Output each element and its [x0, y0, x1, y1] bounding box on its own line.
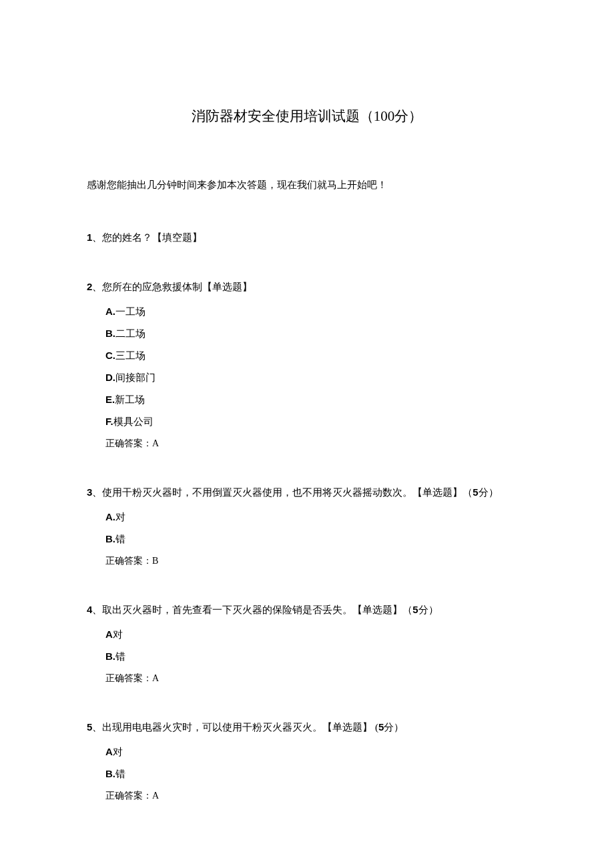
opt-letter: A	[105, 628, 113, 640]
q3-option-a: A.对	[105, 511, 527, 524]
question-5-text: 5、出现用电电器火灾时，可以使用干粉灭火器灭火。【单选题】 (5分）	[87, 721, 527, 734]
opt-letter: A.	[105, 511, 115, 522]
opt-text: 间接部门	[115, 372, 156, 383]
opt-letter: A	[105, 746, 113, 757]
question-4-text: 4、取出灭火器时，首先查看一下灭火器的保险销是否丢失。【单选题】（5分）	[87, 604, 527, 616]
q2-option-c: C.三工场	[105, 350, 527, 362]
opt-text: 对	[113, 629, 123, 640]
question-3: 3、使用干粉灭火器时，不用倒置灭火器使用，也不用将灭火器摇动数次。【单选题】（5…	[87, 486, 527, 567]
q5-option-a: A对	[105, 746, 527, 759]
question-3-text: 3、使用干粉灭火器时，不用倒置灭火器使用，也不用将灭火器摇动数次。【单选题】（5…	[87, 486, 527, 499]
q5-answer: 正确答案：A	[105, 790, 527, 802]
opt-text: 二工场	[115, 328, 145, 339]
opt-letter: E.	[105, 394, 115, 405]
opt-letter: C.	[105, 350, 115, 361]
opt-letter: F.	[105, 416, 113, 427]
opt-letter: A.	[105, 306, 115, 317]
opt-text: 错	[115, 769, 125, 779]
q5-suffix: 分）	[384, 722, 404, 733]
opt-text: 新工场	[115, 394, 145, 405]
q2-answer: 正确答案：A	[105, 438, 527, 450]
q2-body: 、您所在的应急救援体制【单选题】	[92, 282, 252, 292]
opt-text: 对	[115, 512, 125, 522]
q2-option-e: E.新工场	[105, 394, 527, 406]
opt-text: 三工场	[115, 350, 145, 361]
opt-text: 对	[113, 747, 123, 757]
q4-suffix: 分）	[418, 604, 438, 615]
question-5: 5、出现用电电器火灾时，可以使用干粉灭火器灭火。【单选题】 (5分） A对 B.…	[87, 721, 527, 802]
question-1: 1、您的姓名？【填空题】	[87, 232, 527, 244]
question-2-text: 2、您所在的应急救援体制【单选题】	[87, 281, 527, 294]
question-2: 2、您所在的应急救援体制【单选题】 A.一工场 B.二工场 C.三工场 D.间接…	[87, 281, 527, 450]
q2-option-f: F.模具公司	[105, 416, 527, 428]
q3-pts: 5	[473, 486, 478, 498]
opt-text: 一工场	[115, 306, 145, 317]
page-title: 消防器材安全使用培训试题（100分）	[87, 107, 527, 125]
q3-suffix: 分）	[479, 487, 499, 498]
q2-option-d: D.间接部门	[105, 372, 527, 384]
q1-body: 、您的姓名？【填空题】	[92, 232, 202, 243]
q4-option-a: A对	[105, 628, 527, 641]
q3-option-b: B.错	[105, 533, 527, 546]
opt-letter: B.	[105, 768, 115, 779]
q4-body: 、取出灭火器时，首先查看一下灭火器的保险销是否丢失。【单选题】（	[92, 604, 412, 615]
q5-option-b: B.错	[105, 768, 527, 781]
opt-text: 错	[115, 534, 125, 544]
q3-answer: 正确答案：B	[105, 555, 527, 567]
q4-answer: 正确答案：A	[105, 673, 527, 685]
q2-option-b: B.二工场	[105, 328, 527, 340]
q5-body: 、出现用电电器火灾时，可以使用干粉灭火器灭火。【单选题】 (	[92, 722, 378, 733]
opt-letter: B.	[105, 328, 115, 339]
opt-letter: B.	[105, 650, 115, 662]
q4-pts: 5	[412, 604, 418, 615]
q4-option-b: B.错	[105, 650, 527, 663]
opt-letter: B.	[105, 533, 115, 544]
q2-option-a: A.一工场	[105, 306, 527, 318]
opt-text: 模具公司	[113, 416, 154, 427]
intro-text: 感谢您能抽出几分钟时间来参加本次答题，现在我们就马上开始吧！	[87, 179, 527, 191]
opt-text: 错	[115, 651, 125, 662]
q3-body: 、使用干粉灭火器时，不用倒置灭火器使用，也不用将灭火器摇动数次。【单选题】（	[92, 487, 473, 498]
question-4: 4、取出灭火器时，首先查看一下灭火器的保险销是否丢失。【单选题】（5分） A对 …	[87, 604, 527, 685]
question-1-text: 1、您的姓名？【填空题】	[87, 232, 527, 244]
opt-letter: D.	[105, 372, 115, 383]
